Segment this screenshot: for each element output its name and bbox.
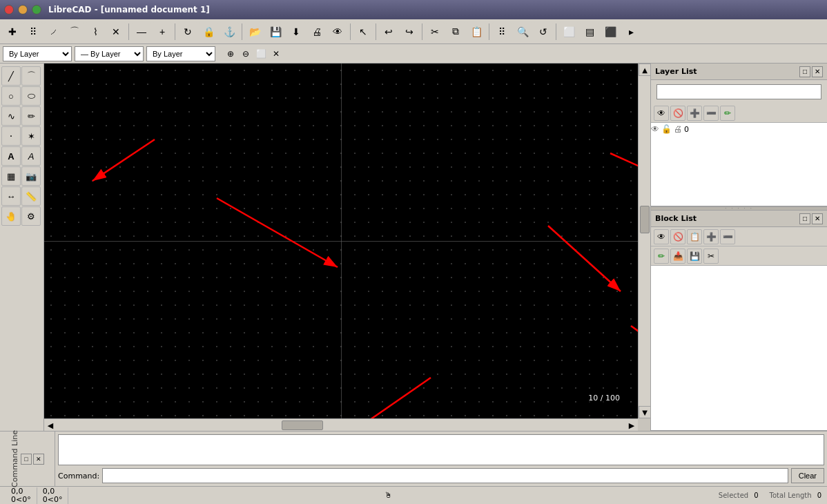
export-button[interactable]: ⬇ [286, 22, 306, 41]
snap-tool-btn[interactable]: ⚙ [21, 206, 41, 226]
text2-tool-btn[interactable]: A [21, 146, 41, 166]
snap-toggle-2[interactable]: ⊖ [239, 47, 253, 61]
maximize-button[interactable] [32, 5, 41, 14]
minimize-button[interactable] [18, 5, 28, 14]
scroll-up-arrow[interactable]: ▲ [639, 64, 650, 76]
drawing-canvas[interactable]: 10 / 100 [44, 64, 638, 418]
save-button[interactable]: 💾 [266, 22, 285, 41]
scroll-thumb-v[interactable] [640, 206, 650, 233]
snap-toggle-3[interactable]: ⬜ [254, 47, 268, 61]
layer-item[interactable]: 👁 🔓 🖨 0 [651, 123, 827, 135]
right-panels: Layer List □ ✕ 👁 🚫 ➕ ➖ ✏ 👁 🔓 [650, 64, 827, 431]
polyline-tool-btn[interactable]: ⌒ [21, 66, 41, 86]
coord-xy-2: 0,0 [43, 487, 63, 496]
block-list-toolbar-2: ✏ 📥 💾 ✂ [651, 246, 827, 266]
plus-button[interactable]: + [153, 22, 172, 41]
layer-panel-close-btn[interactable]: ✕ [812, 66, 823, 77]
circle-tool-btn[interactable]: ○ [1, 86, 21, 106]
select-button[interactable]: ↖ [353, 22, 373, 41]
more-button[interactable]: ▸ [621, 22, 641, 41]
freehand-tool-btn[interactable]: ✏ [21, 106, 41, 126]
scroll-down-arrow[interactable]: ▼ [639, 406, 650, 418]
lock-button[interactable]: 🔒 [199, 22, 218, 41]
new-button[interactable]: ✚ [3, 22, 22, 41]
measure-tool-btn[interactable]: 📏 [21, 186, 41, 206]
layer-edit-btn[interactable]: ✏ [720, 106, 735, 121]
snap-toggle-1[interactable]: ⊕ [224, 47, 237, 61]
move-tool-btn[interactable]: ↔ [1, 186, 21, 206]
grid-button[interactable]: ⠿ [23, 22, 43, 41]
cursor-icon: 🖱 [385, 491, 392, 500]
rotate-button[interactable]: ↻ [178, 22, 197, 41]
block-edit-btn[interactable]: ✏ [654, 249, 669, 264]
block-panel-float-btn[interactable]: □ [799, 213, 810, 224]
cut-button[interactable]: ✂ [425, 22, 445, 41]
block-export-btn[interactable]: ✂ [703, 249, 719, 264]
block-show-all-btn[interactable]: 👁 [654, 229, 669, 244]
hatch-tool-btn[interactable]: ▦ [1, 166, 21, 186]
command-main: Command: Clear [55, 432, 827, 486]
line-width-select[interactable]: By Layer [146, 46, 215, 61]
command-float-btn[interactable]: □ [21, 454, 32, 465]
zoom-win-button[interactable]: 🔍 [513, 22, 532, 41]
command-input[interactable] [102, 468, 788, 483]
vertical-scrollbar[interactable]: ▲ ▼ [638, 64, 650, 418]
command-close-btn[interactable]: ✕ [33, 454, 44, 465]
spline-tool-btn[interactable]: ∿ [1, 106, 21, 126]
separator-6 [422, 23, 422, 40]
dash-button[interactable]: — [132, 22, 151, 41]
polygon-tool-btn[interactable]: ✶ [21, 126, 41, 146]
line-button[interactable]: ⟋ [44, 22, 64, 41]
color-select[interactable]: By Layer [3, 46, 72, 61]
link-button[interactable]: ⚓ [220, 22, 239, 41]
paste-button[interactable]: 📋 [467, 22, 486, 41]
layer-remove-btn[interactable]: ➖ [703, 106, 719, 121]
horizontal-scrollbar[interactable]: ◀ ▶ [44, 418, 638, 431]
snap-grid-button[interactable]: ⠿ [492, 22, 512, 41]
layers-button[interactable]: ▤ [580, 22, 599, 41]
layer-show-all-btn[interactable]: 👁 [654, 106, 669, 121]
redo-button[interactable]: ↪ [400, 22, 419, 41]
block-hide-all-btn[interactable]: 🚫 [670, 229, 685, 244]
main-toolbar: ✚ ⠿ ⟋ ⌒ ⌇ ✕ — + ↻ 🔒 ⚓ 📂 💾 ⬇ 🖨 👁 ↖ ↩ ↪ ✂ … [0, 19, 827, 44]
ellipse-tool-btn[interactable]: ⬭ [21, 86, 41, 106]
scroll-thumb-h[interactable] [282, 420, 323, 430]
arc-button[interactable]: ⌒ [65, 22, 84, 41]
block-import-btn[interactable]: 📥 [670, 249, 685, 264]
scroll-right-arrow[interactable]: ▶ [625, 419, 638, 431]
block-add-btn[interactable]: ➕ [703, 229, 719, 244]
copy-button[interactable]: ⧉ [446, 22, 465, 41]
layout-button[interactable]: ⬜ [559, 22, 578, 41]
preview-button[interactable]: 👁 [328, 22, 347, 41]
blocks-button[interactable]: ⬛ [601, 22, 620, 41]
pan-tool-btn[interactable]: 🤚 [1, 206, 21, 226]
block-save-btn[interactable]: 💾 [687, 249, 702, 264]
line-tool-btn[interactable]: ╱ [1, 66, 21, 86]
close-button[interactable] [4, 5, 14, 14]
undo-button[interactable]: ↩ [379, 22, 398, 41]
scroll-left-arrow[interactable]: ◀ [44, 419, 57, 431]
line-type-select[interactable]: — By Layer [75, 46, 144, 61]
block-remove-btn[interactable]: ➖ [720, 229, 735, 244]
layer-hide-all-btn[interactable]: 🚫 [670, 106, 685, 121]
clear-button[interactable]: Clear [791, 468, 824, 483]
zoom-refresh-button[interactable]: ↺ [534, 22, 553, 41]
open-button[interactable]: 📂 [245, 22, 264, 41]
block-insert-btn[interactable]: 📋 [687, 229, 702, 244]
layer-name: 0 [684, 125, 689, 134]
layer-panel-float-btn[interactable]: □ [799, 66, 810, 77]
point-tool-btn[interactable]: · [1, 126, 21, 146]
block-panel-close-btn[interactable]: ✕ [812, 213, 823, 224]
xmark-button[interactable]: ✕ [106, 22, 126, 41]
tool-row-8: 🤚 ⚙ [1, 206, 42, 226]
layer-add-btn[interactable]: ➕ [687, 106, 702, 121]
polyline-button[interactable]: ⌇ [86, 22, 105, 41]
command-side-label: Command Line [10, 430, 19, 487]
block-list-header: Block List □ ✕ [651, 211, 827, 227]
snap-toggle-4[interactable]: ✕ [269, 47, 283, 61]
layer-search-input[interactable] [656, 84, 821, 99]
window-title: LibreCAD - [unnamed document 1] [48, 5, 210, 14]
image-tool-btn[interactable]: 📷 [21, 166, 41, 186]
text-tool-btn[interactable]: A [1, 146, 21, 166]
print-button[interactable]: 🖨 [307, 22, 327, 41]
